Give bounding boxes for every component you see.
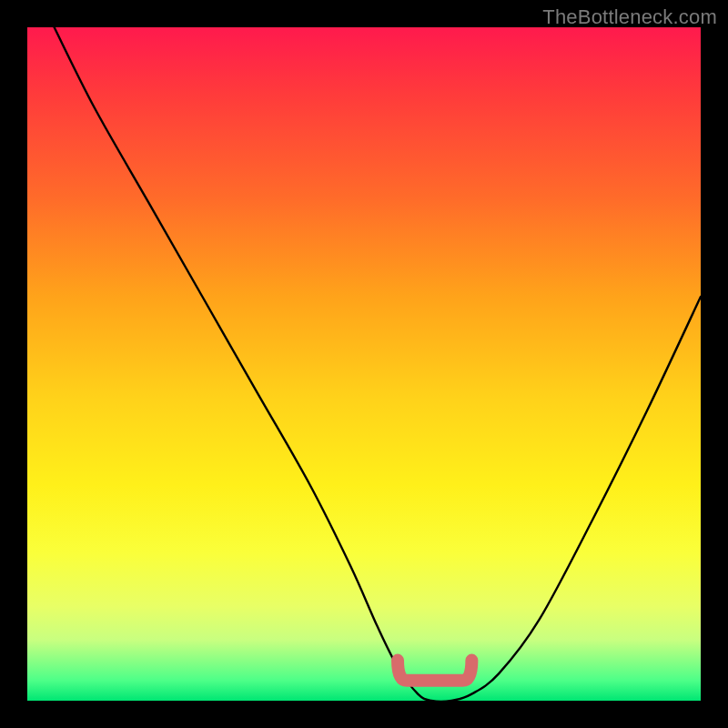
watermark-text: TheBottleneck.com xyxy=(542,5,717,29)
plot-area xyxy=(27,27,701,701)
optimal-zone-marker xyxy=(398,661,471,681)
chart-frame: TheBottleneck.com xyxy=(0,0,728,728)
bottleneck-curve xyxy=(55,27,701,701)
curve-layer xyxy=(27,27,701,701)
